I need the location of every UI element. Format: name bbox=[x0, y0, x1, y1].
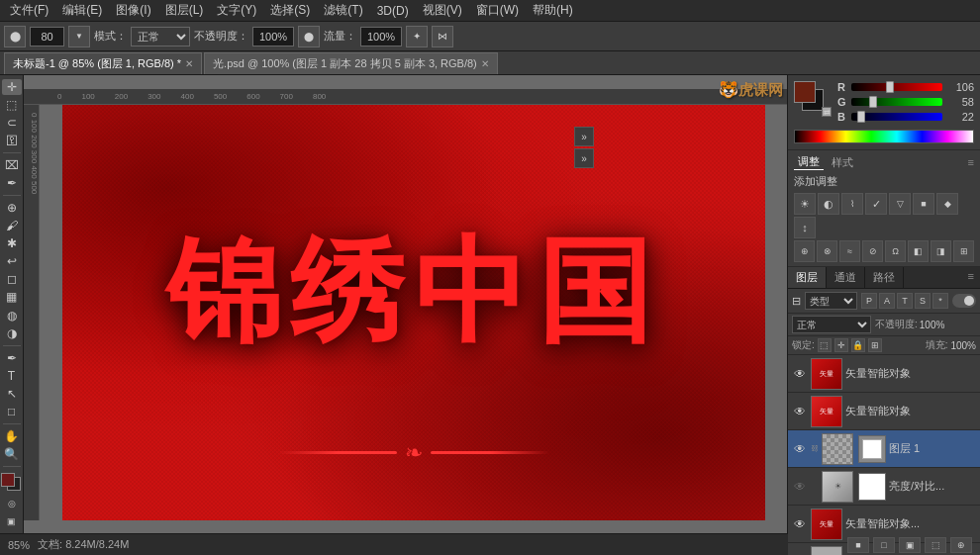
colorlookup-adj-icon[interactable]: ≈ bbox=[839, 240, 860, 262]
brush-tool[interactable]: 🖌 bbox=[2, 218, 22, 233]
layers-tab-channels[interactable]: 通道 bbox=[827, 267, 865, 288]
eraser-tool[interactable]: ◻ bbox=[2, 271, 22, 287]
tab-untitled[interactable]: 未标题-1 @ 85% (图层 1, RGB/8) * ✕ bbox=[4, 52, 202, 74]
layers-tab-paths[interactable]: 路径 bbox=[865, 267, 904, 288]
statusbar-btn-3[interactable]: ▣ bbox=[899, 537, 921, 553]
menu-window[interactable]: 窗口(W) bbox=[470, 0, 525, 21]
history-brush-tool[interactable]: ↩ bbox=[2, 253, 22, 269]
statusbar-btn-4[interactable]: ⬚ bbox=[925, 537, 946, 553]
brightness-adj-icon[interactable]: ☀ bbox=[794, 193, 816, 215]
blur-tool[interactable]: ◍ bbox=[2, 308, 22, 324]
brush-size-input[interactable] bbox=[30, 27, 64, 46]
colorbalance-adj-icon[interactable]: ◆ bbox=[936, 193, 958, 215]
menu-edit[interactable]: 编辑(E) bbox=[56, 0, 108, 21]
levels-adj-icon[interactable]: ◐ bbox=[818, 193, 839, 215]
selectivecolor-adj-icon[interactable]: ⊞ bbox=[953, 240, 974, 262]
layer-item-3[interactable]: 👁 ☀ 亮度/对比... bbox=[788, 468, 980, 506]
tab-close-1[interactable]: ✕ bbox=[481, 58, 489, 69]
photofilter-adj-icon[interactable]: ⊕ bbox=[794, 240, 815, 262]
crop-tool[interactable]: ⌧ bbox=[2, 157, 22, 173]
layer-visibility-1[interactable]: 👁 bbox=[792, 404, 808, 419]
gradientmap-adj-icon[interactable]: ◨ bbox=[931, 240, 951, 262]
eyedropper-tool[interactable]: ✒ bbox=[2, 175, 22, 191]
hsl-adj-icon[interactable]: ■ bbox=[913, 193, 934, 215]
text-tool[interactable]: T bbox=[2, 368, 22, 384]
opacity-input[interactable] bbox=[252, 27, 294, 46]
quick-select-tool[interactable]: ⚿ bbox=[2, 133, 22, 148]
spot-healing-tool[interactable]: ⊕ bbox=[2, 200, 22, 216]
layer-visibility-2[interactable]: 👁 bbox=[792, 441, 808, 457]
swap-colors-btn[interactable]: ⇄ bbox=[822, 107, 832, 117]
layers-tab-layers[interactable]: 图层 bbox=[788, 267, 827, 288]
pen-tool[interactable]: ✒ bbox=[2, 349, 22, 365]
invert-adj-icon[interactable]: ⊘ bbox=[862, 240, 883, 262]
brush-preset-btn[interactable]: ▼ bbox=[68, 26, 90, 47]
layer-visibility-4[interactable]: 👁 bbox=[792, 516, 808, 532]
rectangle-tool[interactable]: □ bbox=[2, 404, 22, 419]
layer-item-1[interactable]: 👁 矢量 矢量智能对象 bbox=[788, 393, 980, 430]
adjustments-tab[interactable]: 调整 bbox=[794, 154, 824, 170]
g-slider[interactable] bbox=[851, 98, 942, 106]
menu-select[interactable]: 选择(S) bbox=[264, 0, 316, 21]
filter-toggle[interactable] bbox=[952, 294, 976, 308]
lock-position-btn[interactable]: ✛ bbox=[834, 338, 848, 352]
tab-close-0[interactable]: ✕ bbox=[185, 58, 193, 69]
blend-mode-select[interactable]: 正常 bbox=[131, 27, 190, 46]
bw-adj-icon[interactable]: ↕ bbox=[794, 217, 816, 238]
lock-pixels-btn[interactable]: ⬚ bbox=[818, 338, 832, 352]
dodge-tool[interactable]: ◑ bbox=[2, 325, 22, 341]
fg-color-swatch[interactable] bbox=[1, 473, 15, 487]
pressure-btn[interactable]: ⬤ bbox=[298, 26, 320, 47]
menu-file[interactable]: 文件(F) bbox=[4, 0, 54, 21]
layers-panel-options[interactable]: ≡ bbox=[962, 267, 980, 288]
curves-adj-icon[interactable]: ⌇ bbox=[841, 193, 863, 215]
exposure-adj-icon[interactable]: ✓ bbox=[865, 193, 887, 215]
filter-adjustment-btn[interactable]: A bbox=[879, 293, 895, 309]
hand-tool[interactable]: ✋ bbox=[2, 428, 22, 444]
layer-item-0[interactable]: 👁 矢量 矢量智能对象 bbox=[788, 355, 980, 393]
lock-all-btn[interactable]: 🔒 bbox=[851, 338, 865, 352]
screen-mode-btn[interactable]: ▣ bbox=[2, 513, 22, 529]
statusbar-btn-5[interactable]: ⊕ bbox=[950, 537, 972, 553]
vibrance-adj-icon[interactable]: ▽ bbox=[889, 193, 911, 215]
layer-blend-mode-select[interactable]: 正常 bbox=[792, 316, 871, 333]
zoom-tool[interactable]: 🔍 bbox=[2, 446, 22, 462]
tab-guang[interactable]: 光.psd @ 100% (图层 1 副本 28 拷贝 5 副本 3, RGB/… bbox=[204, 52, 498, 74]
fg-color-box[interactable] bbox=[794, 81, 816, 103]
r-slider[interactable] bbox=[851, 83, 942, 91]
menu-filter[interactable]: 滤镜(T) bbox=[318, 0, 368, 21]
collapse-btn-1[interactable]: » bbox=[574, 127, 594, 146]
b-slider[interactable] bbox=[851, 113, 942, 121]
collapse-btn-2[interactable]: » bbox=[574, 148, 594, 168]
filter-pixel-btn[interactable]: P bbox=[861, 293, 877, 309]
lasso-tool[interactable]: ⊂ bbox=[2, 115, 22, 131]
posterize-adj-icon[interactable]: Ω bbox=[885, 240, 906, 262]
clone-stamp-tool[interactable]: ✱ bbox=[2, 235, 22, 251]
styles-tab[interactable]: 样式 bbox=[828, 155, 857, 170]
path-select-tool[interactable]: ↖ bbox=[2, 386, 22, 402]
rectangular-marquee-tool[interactable]: ⬚ bbox=[2, 97, 22, 113]
filter-type-btn[interactable]: T bbox=[897, 293, 913, 309]
menu-view[interactable]: 视图(V) bbox=[417, 0, 468, 21]
gradient-tool[interactable]: ▦ bbox=[2, 289, 22, 305]
menu-image[interactable]: 图像(I) bbox=[110, 0, 156, 21]
menu-3d[interactable]: 3D(D) bbox=[371, 2, 415, 20]
lock-artboard-btn[interactable]: ⊞ bbox=[868, 338, 882, 352]
statusbar-btn-2[interactable]: □ bbox=[873, 537, 895, 553]
symmetry-btn[interactable]: ⋈ bbox=[432, 26, 453, 47]
flow-input[interactable] bbox=[360, 27, 402, 46]
move-tool[interactable]: ✛ bbox=[2, 79, 22, 95]
menu-layer[interactable]: 图层(L) bbox=[159, 0, 210, 21]
brush-tool-options-btn[interactable]: ⬤ bbox=[4, 26, 26, 47]
layer-visibility-3[interactable]: 👁 bbox=[792, 479, 808, 495]
statusbar-btn-1[interactable]: ■ bbox=[847, 537, 869, 553]
filter-shape-btn[interactable]: S bbox=[915, 293, 931, 309]
filter-smart-btn[interactable]: * bbox=[932, 293, 948, 309]
panel-options-btn[interactable]: ≡ bbox=[968, 156, 974, 168]
layer-type-select[interactable]: 类型 bbox=[805, 292, 857, 310]
quick-mask-btn[interactable]: ◎ bbox=[2, 496, 22, 511]
airbrush-btn[interactable]: ✦ bbox=[406, 26, 428, 47]
threshold-adj-icon[interactable]: ◧ bbox=[908, 240, 929, 262]
layer-visibility-0[interactable]: 👁 bbox=[792, 366, 808, 382]
layer-item-2[interactable]: 👁 ⛓ 图层 1 bbox=[788, 430, 980, 468]
